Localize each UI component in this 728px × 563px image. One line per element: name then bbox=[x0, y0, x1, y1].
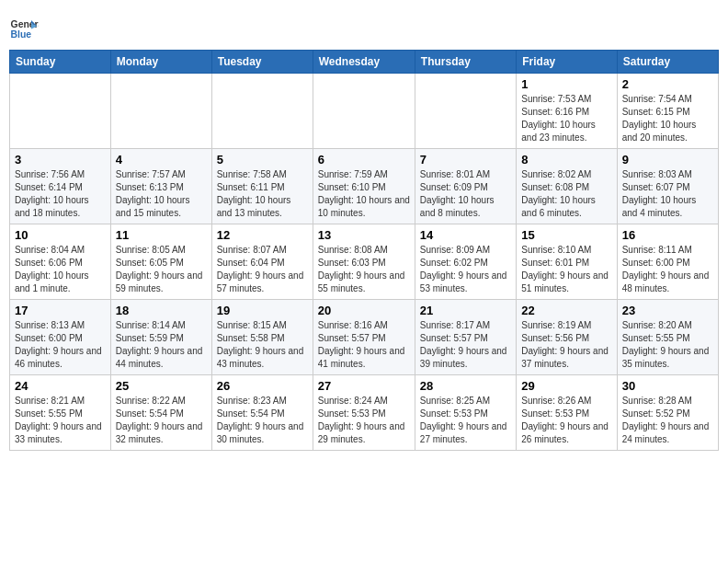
day-info: Sunrise: 7:58 AM Sunset: 6:11 PM Dayligh… bbox=[217, 168, 308, 220]
calendar-day-cell: 25Sunrise: 8:22 AM Sunset: 5:54 PM Dayli… bbox=[110, 375, 211, 451]
day-number: 20 bbox=[318, 304, 410, 317]
day-info: Sunrise: 8:07 AM Sunset: 6:04 PM Dayligh… bbox=[217, 244, 308, 295]
calendar-header: SundayMondayTuesdayWednesdayThursdayFrid… bbox=[10, 51, 719, 74]
day-number: 18 bbox=[116, 304, 207, 317]
day-info: Sunrise: 8:16 AM Sunset: 5:57 PM Dayligh… bbox=[318, 319, 410, 371]
calendar-day-cell: 14Sunrise: 8:09 AM Sunset: 6:02 PM Dayli… bbox=[415, 224, 516, 300]
calendar-day-cell: 7Sunrise: 8:01 AM Sunset: 6:09 PM Daylig… bbox=[415, 149, 516, 224]
day-number: 29 bbox=[521, 379, 611, 393]
svg-text:Blue: Blue bbox=[11, 29, 32, 40]
calendar-day-cell bbox=[10, 74, 111, 149]
calendar-week-row: 1Sunrise: 7:53 AM Sunset: 6:16 PM Daylig… bbox=[10, 74, 719, 149]
day-number: 12 bbox=[217, 228, 308, 242]
day-of-week-header: Wednesday bbox=[313, 51, 415, 74]
calendar-day-cell: 2Sunrise: 7:54 AM Sunset: 6:15 PM Daylig… bbox=[617, 74, 718, 149]
day-number: 14 bbox=[420, 228, 511, 242]
calendar-body: 1Sunrise: 7:53 AM Sunset: 6:16 PM Daylig… bbox=[10, 74, 719, 451]
day-number: 2 bbox=[622, 77, 713, 91]
calendar-week-row: 24Sunrise: 8:21 AM Sunset: 5:55 PM Dayli… bbox=[10, 375, 719, 451]
day-number: 10 bbox=[15, 228, 106, 242]
day-of-week-header: Friday bbox=[517, 51, 617, 74]
days-of-week-row: SundayMondayTuesdayWednesdayThursdayFrid… bbox=[10, 51, 719, 74]
day-info: Sunrise: 8:23 AM Sunset: 5:54 PM Dayligh… bbox=[217, 395, 308, 446]
day-number: 7 bbox=[420, 153, 511, 167]
calendar-day-cell: 21Sunrise: 8:17 AM Sunset: 5:57 PM Dayli… bbox=[415, 300, 516, 375]
day-number: 15 bbox=[521, 228, 611, 242]
day-info: Sunrise: 8:05 AM Sunset: 6:05 PM Dayligh… bbox=[116, 244, 207, 295]
calendar-day-cell: 28Sunrise: 8:25 AM Sunset: 5:53 PM Dayli… bbox=[415, 375, 516, 451]
day-info: Sunrise: 8:26 AM Sunset: 5:53 PM Dayligh… bbox=[521, 395, 611, 446]
day-number: 30 bbox=[622, 379, 713, 393]
day-number: 25 bbox=[116, 379, 207, 393]
calendar-day-cell bbox=[313, 74, 415, 149]
day-number: 6 bbox=[318, 153, 410, 167]
day-info: Sunrise: 8:02 AM Sunset: 6:08 PM Dayligh… bbox=[521, 168, 611, 220]
day-number: 1 bbox=[521, 77, 611, 91]
day-number: 26 bbox=[217, 379, 308, 393]
calendar-day-cell: 11Sunrise: 8:05 AM Sunset: 6:05 PM Dayli… bbox=[110, 224, 211, 300]
calendar-day-cell bbox=[110, 74, 211, 149]
day-number: 28 bbox=[420, 379, 511, 393]
calendar-week-row: 10Sunrise: 8:04 AM Sunset: 6:06 PM Dayli… bbox=[10, 224, 719, 300]
day-number: 11 bbox=[116, 228, 207, 242]
calendar-day-cell: 20Sunrise: 8:16 AM Sunset: 5:57 PM Dayli… bbox=[313, 300, 415, 375]
day-info: Sunrise: 8:10 AM Sunset: 6:01 PM Dayligh… bbox=[521, 244, 611, 295]
day-of-week-header: Sunday bbox=[10, 51, 111, 74]
day-of-week-header: Tuesday bbox=[211, 51, 313, 74]
calendar-day-cell: 10Sunrise: 8:04 AM Sunset: 6:06 PM Dayli… bbox=[10, 224, 111, 300]
calendar-day-cell: 18Sunrise: 8:14 AM Sunset: 5:59 PM Dayli… bbox=[110, 300, 211, 375]
calendar-day-cell: 9Sunrise: 8:03 AM Sunset: 6:07 PM Daylig… bbox=[617, 149, 718, 224]
calendar-day-cell: 16Sunrise: 8:11 AM Sunset: 6:00 PM Dayli… bbox=[617, 224, 718, 300]
day-info: Sunrise: 8:04 AM Sunset: 6:06 PM Dayligh… bbox=[15, 244, 106, 295]
day-number: 23 bbox=[622, 304, 713, 317]
day-info: Sunrise: 8:17 AM Sunset: 5:57 PM Dayligh… bbox=[420, 319, 511, 371]
calendar-day-cell: 19Sunrise: 8:15 AM Sunset: 5:58 PM Dayli… bbox=[211, 300, 313, 375]
calendar-week-row: 17Sunrise: 8:13 AM Sunset: 6:00 PM Dayli… bbox=[10, 300, 719, 375]
day-info: Sunrise: 8:19 AM Sunset: 5:56 PM Dayligh… bbox=[521, 319, 611, 371]
day-number: 16 bbox=[622, 228, 713, 242]
calendar-day-cell: 5Sunrise: 7:58 AM Sunset: 6:11 PM Daylig… bbox=[211, 149, 313, 224]
calendar-day-cell: 24Sunrise: 8:21 AM Sunset: 5:55 PM Dayli… bbox=[10, 375, 111, 451]
day-info: Sunrise: 7:54 AM Sunset: 6:15 PM Dayligh… bbox=[622, 93, 713, 144]
day-number: 21 bbox=[420, 304, 511, 317]
calendar-day-cell: 17Sunrise: 8:13 AM Sunset: 6:00 PM Dayli… bbox=[10, 300, 111, 375]
calendar-day-cell: 15Sunrise: 8:10 AM Sunset: 6:01 PM Dayli… bbox=[517, 224, 617, 300]
calendar-day-cell: 3Sunrise: 7:56 AM Sunset: 6:14 PM Daylig… bbox=[10, 149, 111, 224]
calendar-day-cell: 12Sunrise: 8:07 AM Sunset: 6:04 PM Dayli… bbox=[211, 224, 313, 300]
calendar-day-cell: 29Sunrise: 8:26 AM Sunset: 5:53 PM Dayli… bbox=[517, 375, 617, 451]
page-header: General Blue bbox=[9, 9, 719, 42]
calendar-day-cell bbox=[211, 74, 313, 149]
calendar-day-cell: 22Sunrise: 8:19 AM Sunset: 5:56 PM Dayli… bbox=[517, 300, 617, 375]
day-info: Sunrise: 8:14 AM Sunset: 5:59 PM Dayligh… bbox=[116, 319, 207, 371]
calendar-day-cell: 4Sunrise: 7:57 AM Sunset: 6:13 PM Daylig… bbox=[110, 149, 211, 224]
day-of-week-header: Thursday bbox=[415, 51, 516, 74]
calendar-day-cell: 30Sunrise: 8:28 AM Sunset: 5:52 PM Dayli… bbox=[617, 375, 718, 451]
day-number: 22 bbox=[521, 304, 611, 317]
day-of-week-header: Monday bbox=[110, 51, 211, 74]
calendar-day-cell bbox=[415, 74, 516, 149]
day-info: Sunrise: 8:24 AM Sunset: 5:53 PM Dayligh… bbox=[318, 395, 410, 446]
logo: General Blue bbox=[9, 13, 42, 42]
calendar-day-cell: 26Sunrise: 8:23 AM Sunset: 5:54 PM Dayli… bbox=[211, 375, 313, 451]
day-info: Sunrise: 7:59 AM Sunset: 6:10 PM Dayligh… bbox=[318, 168, 410, 220]
day-info: Sunrise: 8:15 AM Sunset: 5:58 PM Dayligh… bbox=[217, 319, 308, 371]
day-info: Sunrise: 7:53 AM Sunset: 6:16 PM Dayligh… bbox=[521, 93, 611, 144]
calendar-day-cell: 27Sunrise: 8:24 AM Sunset: 5:53 PM Dayli… bbox=[313, 375, 415, 451]
day-info: Sunrise: 8:11 AM Sunset: 6:00 PM Dayligh… bbox=[622, 244, 713, 295]
day-info: Sunrise: 8:21 AM Sunset: 5:55 PM Dayligh… bbox=[15, 395, 106, 446]
day-info: Sunrise: 8:08 AM Sunset: 6:03 PM Dayligh… bbox=[318, 244, 410, 295]
calendar-day-cell: 23Sunrise: 8:20 AM Sunset: 5:55 PM Dayli… bbox=[617, 300, 718, 375]
calendar-day-cell: 6Sunrise: 7:59 AM Sunset: 6:10 PM Daylig… bbox=[313, 149, 415, 224]
day-info: Sunrise: 8:13 AM Sunset: 6:00 PM Dayligh… bbox=[15, 319, 106, 371]
day-info: Sunrise: 7:56 AM Sunset: 6:14 PM Dayligh… bbox=[15, 168, 106, 220]
day-number: 3 bbox=[15, 153, 106, 167]
day-info: Sunrise: 8:01 AM Sunset: 6:09 PM Dayligh… bbox=[420, 168, 511, 220]
calendar-day-cell: 13Sunrise: 8:08 AM Sunset: 6:03 PM Dayli… bbox=[313, 224, 415, 300]
day-info: Sunrise: 8:22 AM Sunset: 5:54 PM Dayligh… bbox=[116, 395, 207, 446]
day-info: Sunrise: 8:25 AM Sunset: 5:53 PM Dayligh… bbox=[420, 395, 511, 446]
day-info: Sunrise: 7:57 AM Sunset: 6:13 PM Dayligh… bbox=[116, 168, 207, 220]
day-number: 13 bbox=[318, 228, 410, 242]
logo-icon: General Blue bbox=[9, 13, 39, 42]
day-number: 27 bbox=[318, 379, 410, 393]
day-number: 8 bbox=[521, 153, 611, 167]
